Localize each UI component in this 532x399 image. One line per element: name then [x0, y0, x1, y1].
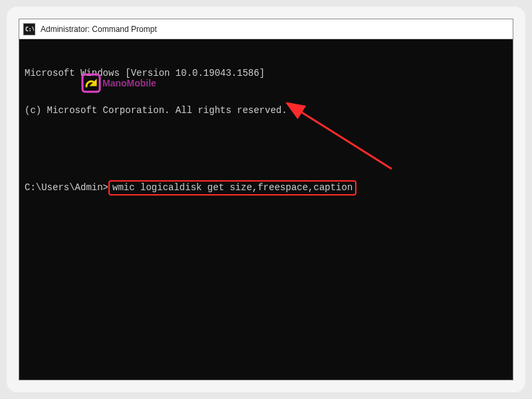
svg-line-4 [299, 110, 392, 169]
copyright-line: (c) Microsoft Corporation. All rights re… [25, 104, 507, 117]
prompt-text: C:\Users\Admin> [25, 182, 108, 194]
prompt-line: C:\Users\Admin>wmic logicaldisk get size… [25, 180, 507, 196]
command-highlight-box: wmic logicaldisk get size,freespace,capt… [108, 180, 356, 196]
cmd-icon: C:\ [23, 23, 35, 35]
blank-line [25, 142, 507, 155]
terminal-output[interactable]: Microsoft Windows [Version 10.0.19043.15… [19, 39, 513, 380]
svg-text:C:\: C:\ [25, 27, 34, 33]
version-line: Microsoft Windows [Version 10.0.19043.15… [25, 67, 507, 80]
titlebar[interactable]: C:\ Administrator: Command Prompt [19, 19, 513, 39]
window-title: Administrator: Command Prompt [41, 25, 157, 34]
screenshot-frame: C:\ Administrator: Command Prompt Micros… [7, 7, 525, 392]
command-text: wmic logicaldisk get size,freespace,capt… [112, 182, 352, 193]
command-prompt-window: C:\ Administrator: Command Prompt Micros… [19, 19, 513, 380]
